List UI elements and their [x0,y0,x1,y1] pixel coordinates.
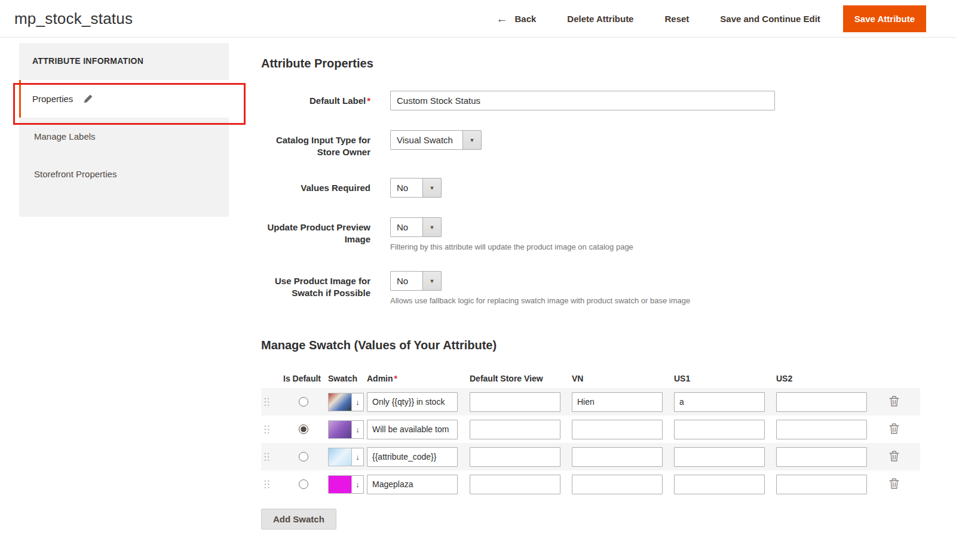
drag-handle-icon [263,479,270,490]
use-product-image-label: Use Product Image for Swatch if Possible [261,271,370,305]
update-preview-image-note: Filtering by this attribute will update … [390,242,633,251]
admin-input[interactable] [367,392,458,412]
drag-handle[interactable] [261,424,281,435]
default-label-input[interactable] [390,91,775,110]
vn-input[interactable] [572,420,663,439]
drag-handle[interactable] [261,452,281,462]
sidebar-title: ATTRIBUTE INFORMATION [19,43,229,80]
vn-input[interactable] [572,392,663,412]
delete-row-button[interactable] [889,423,899,436]
required-asterisk: * [394,374,397,383]
admin-input[interactable] [367,420,458,439]
delete-attribute-button[interactable]: Delete Attribute [567,14,633,24]
values-required-select[interactable]: No ▼ [390,178,442,198]
swatch-upload-arrow-icon[interactable]: ↓ [352,393,364,411]
back-button[interactable]: ← Back [496,13,536,24]
back-button-label: Back [514,14,536,24]
swatch-image[interactable] [328,448,352,466]
sidebar: ATTRIBUTE INFORMATION Properties Manage … [19,43,229,217]
us2-input[interactable] [776,420,867,439]
swatch-upload-arrow-icon[interactable]: ↓ [352,475,364,494]
field-row-update-preview-image: Update Product Preview Image No ▼ Filter… [261,217,920,251]
select-value: Visual Swatch [391,131,462,149]
column-header-us1: US1 [672,374,774,383]
page-header: mp_stock_status ← Back Delete Attribute … [0,0,956,38]
us1-input[interactable] [674,392,765,412]
column-header-us2: US2 [774,374,876,383]
swatch-row: ↓ [261,416,920,443]
is-default-radio[interactable] [299,452,308,461]
attribute-properties-title: Attribute Properties [261,57,920,70]
drag-handle[interactable] [261,479,281,490]
is-default-radio[interactable] [299,397,308,407]
us2-input[interactable] [776,392,867,412]
delete-row-button[interactable] [889,451,899,463]
admin-input[interactable] [367,447,458,467]
chevron-down-icon: ▼ [422,179,441,197]
update-preview-image-select[interactable]: No ▼ [390,217,442,237]
save-attribute-button[interactable]: Save Attribute [843,5,926,32]
sidebar-item-label: Manage Labels [34,131,96,141]
is-default-radio[interactable] [299,424,308,434]
default-store-view-input[interactable] [470,475,560,494]
back-arrow-icon: ← [496,13,507,24]
swatch-image[interactable] [328,475,352,494]
column-header-vn: VN [569,374,672,383]
admin-input[interactable] [367,475,458,494]
swatch-image[interactable] [328,393,352,411]
default-store-view-input[interactable] [470,392,560,412]
trash-icon [889,478,899,491]
drag-handle-icon [263,452,270,462]
sidebar-item-properties[interactable]: Properties [19,80,229,118]
us2-input[interactable] [776,447,867,467]
catalog-input-type-select[interactable]: Visual Swatch ▼ [390,130,482,150]
update-preview-image-label: Update Product Preview Image [261,217,370,251]
chevron-down-icon: ▼ [462,131,481,149]
swatch-upload-arrow-icon[interactable]: ↓ [352,420,364,439]
drag-handle-icon [263,424,270,435]
vn-input[interactable] [572,447,663,467]
trash-icon [889,396,899,408]
is-default-radio[interactable] [299,479,308,489]
use-product-image-select[interactable]: No ▼ [390,271,442,291]
default-store-view-input[interactable] [470,447,560,467]
use-product-image-note: Allows use fallback logic for replacing … [390,296,690,305]
field-row-values-required: Values Required No ▼ [261,178,920,198]
values-required-label: Values Required [261,178,370,198]
edit-pencil-icon [84,94,93,103]
default-store-view-input[interactable] [470,420,560,439]
select-value: No [391,179,422,197]
field-row-use-product-image: Use Product Image for Swatch if Possible… [261,271,920,305]
delete-row-button[interactable] [889,396,899,408]
us2-input[interactable] [776,475,867,494]
swatch-image[interactable] [328,420,352,439]
add-swatch-button[interactable]: Add Swatch [261,509,336,530]
chevron-down-icon: ▼ [422,218,441,236]
page: mp_stock_status ← Back Delete Attribute … [0,0,956,560]
trash-icon [889,423,899,436]
delete-row-button[interactable] [889,478,899,491]
sidebar-item-manage-labels[interactable]: Manage Labels [19,118,229,155]
page-title: mp_stock_status [14,10,496,28]
header-actions: ← Back Delete Attribute Reset Save and C… [496,5,926,32]
sidebar-item-storefront-properties[interactable]: Storefront Properties [19,155,229,193]
swatch-row: ↓ [261,470,920,498]
swatch-row: ↓ [261,388,920,416]
sidebar-item-label: Properties [32,94,73,104]
chevron-down-icon: ▼ [422,272,441,290]
reset-button[interactable]: Reset [664,14,689,24]
vn-input[interactable] [572,475,663,494]
default-label-label: Default Label* [261,91,370,110]
drag-handle[interactable] [261,397,281,407]
swatch-table-body: ↓↓↓↓ [261,388,920,498]
column-header-default-store-view: Default Store View [467,374,569,383]
field-row-default-label: Default Label* [261,91,920,110]
us1-input[interactable] [674,447,765,467]
drag-handle-icon [263,397,270,407]
us1-input[interactable] [674,420,765,439]
save-and-continue-edit-button[interactable]: Save and Continue Edit [720,14,820,24]
catalog-input-type-label: Catalog Input Type for Store Owner [261,130,370,158]
us1-input[interactable] [674,475,765,494]
trash-icon [889,451,899,463]
swatch-upload-arrow-icon[interactable]: ↓ [352,448,364,466]
